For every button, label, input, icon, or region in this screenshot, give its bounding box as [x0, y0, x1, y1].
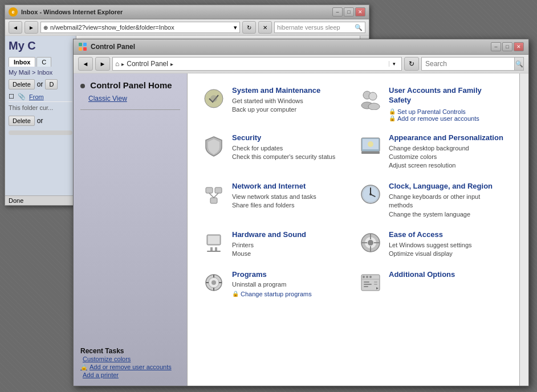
ie-c-tab[interactable]: C — [36, 57, 51, 67]
svg-rect-0 — [79, 43, 82, 46]
cp-task-add-remove-accounts[interactable]: 🔒 Add or remove user accounts — [80, 363, 180, 371]
cp-search-input[interactable] — [422, 58, 514, 70]
cp-desc-system: Get started with WindowsBack up your com… — [232, 97, 320, 115]
ie-or-label-2: or — [37, 117, 43, 125]
cp-desc-programs: Uninstall a program — [232, 280, 312, 289]
ie-forward-btn[interactable]: ► — [25, 21, 38, 34]
svg-rect-12 — [361, 152, 380, 154]
cp-category-additional[interactable]: Additional Options — [353, 264, 510, 303]
ie-address-dropdown[interactable]: ▾ — [234, 24, 237, 31]
cp-maximize-btn[interactable]: □ — [502, 42, 512, 51]
svg-point-31 — [368, 240, 373, 246]
cp-desc-clock: Change keyboards or other input methodsC… — [389, 193, 506, 219]
ie-checkbox[interactable]: ☐ — [9, 93, 14, 100]
cp-category-ease[interactable]: Ease of Access Let Windows suggest setti… — [353, 224, 510, 264]
cp-sidebar-header: Control Panel Home — [80, 80, 180, 90]
ie-delete-btn-3[interactable]: Delete — [9, 116, 35, 126]
ie-maximize-btn[interactable]: □ — [344, 7, 354, 17]
ie-close-tab-btn[interactable]: ✕ — [258, 21, 272, 34]
cp-titlebar: Control Panel – □ ✕ — [74, 39, 528, 55]
svg-point-51 — [366, 276, 368, 278]
cp-icon-system — [201, 86, 226, 111]
svg-rect-28 — [207, 251, 221, 252]
cp-task-customize-colors[interactable]: Customize colors — [80, 355, 180, 363]
ie-toolbar: ◄ ► ⊕ n/webmail2?view=show_folder&folder… — [5, 19, 369, 36]
cp-search-btn[interactable]: 🔍 — [514, 58, 523, 70]
cp-task-add-printer[interactable]: Add a printer — [80, 371, 180, 379]
cp-category-hardware[interactable]: Hardware and Sound PrintersMouse — [197, 224, 353, 264]
cp-title-ease: Ease of Access — [389, 230, 472, 240]
svg-point-9 — [368, 103, 380, 110]
cp-category-programs[interactable]: Programs Uninstall a program 🔒 Change st… — [197, 264, 353, 303]
cp-sidebar-divider — [80, 109, 180, 110]
cp-scrollbar[interactable] — [519, 74, 528, 386]
ie-delete-btn-2[interactable]: D — [45, 79, 58, 89]
cp-close-btn[interactable]: ✕ — [514, 42, 524, 51]
ie-email-row: ☐ 📎 From — [9, 92, 72, 102]
svg-rect-47 — [364, 286, 368, 287]
cp-shield-icon-2: 🔒 — [389, 115, 396, 121]
cp-title-text: Control Panel — [91, 43, 135, 51]
cp-search-container: 🔍 — [421, 57, 524, 71]
cp-title-appearance: Appearance and Personalization — [389, 133, 503, 143]
ie-from-link[interactable]: From — [29, 93, 44, 100]
svg-rect-3 — [83, 47, 87, 51]
cp-address-dropdown[interactable]: ▾ — [389, 61, 399, 67]
cp-desc-hardware: PrintersMouse — [232, 241, 306, 259]
ie-back-btn[interactable]: ◄ — [9, 21, 22, 34]
cp-address-bar[interactable]: ⌂ ▸ Control Panel ▸ ▾ — [112, 57, 402, 71]
cp-sidebar-title: Control Panel Home — [90, 80, 172, 90]
cp-main-content: System and Maintenance Get started with … — [188, 74, 519, 386]
svg-rect-27 — [215, 247, 217, 251]
cp-category-clock[interactable]: Clock, Language, and Region Change keybo… — [353, 176, 510, 224]
cp-link-startup[interactable]: 🔒 Change startup programs — [232, 291, 312, 297]
svg-rect-45 — [364, 281, 369, 283]
ie-refresh-btn[interactable]: ↻ — [242, 21, 256, 34]
svg-rect-49 — [374, 284, 377, 285]
svg-point-50 — [363, 276, 365, 278]
cp-icon-security — [201, 133, 226, 158]
cp-classic-view[interactable]: Classic View — [88, 95, 180, 103]
ie-window-controls: – □ ✕ — [332, 7, 365, 17]
cp-text-programs: Programs Uninstall a program 🔒 Change st… — [232, 270, 312, 297]
svg-line-17 — [209, 193, 214, 198]
cp-text-hardware: Hardware and Sound PrintersMouse — [232, 230, 306, 259]
ie-minimize-btn[interactable]: – — [332, 7, 343, 17]
cp-category-network[interactable]: Network and Internet View network status… — [197, 176, 353, 224]
ie-search-bar[interactable]: hibernate versus sleep 🔍 — [274, 22, 365, 33]
cp-back-btn[interactable]: ◄ — [78, 57, 93, 71]
ie-delete-btn[interactable]: Delete — [9, 79, 35, 89]
svg-rect-1 — [83, 43, 87, 46]
ie-scrollbar-h — [9, 130, 72, 135]
ie-close-btn[interactable]: ✕ — [355, 7, 365, 17]
cp-title-network: Network and Internet — [232, 182, 316, 191]
cp-text-user-accounts: User Accounts and Family Safety 🔒 Set up… — [389, 86, 506, 122]
cp-category-appearance[interactable]: Appearance and Personalization Change de… — [353, 128, 510, 176]
cp-minimize-btn[interactable]: – — [491, 42, 501, 51]
ie-titlebar: e Inbox - Windows Internet Explorer – □ … — [5, 5, 369, 19]
svg-point-38 — [211, 280, 216, 285]
cp-icon-network — [201, 182, 226, 207]
cp-text-system: System and Maintenance Get started with … — [232, 86, 320, 115]
cp-forward-btn[interactable]: ► — [95, 57, 110, 71]
cp-category-system[interactable]: System and Maintenance Get started with … — [197, 80, 353, 128]
cp-refresh-btn[interactable]: ↻ — [404, 57, 419, 71]
svg-rect-46 — [364, 284, 372, 285]
cp-sidebar-bullet — [80, 84, 85, 88]
cp-text-appearance: Appearance and Personalization Change de… — [389, 133, 503, 170]
ie-inbox-tabs: Inbox C — [9, 57, 72, 67]
cp-category-security[interactable]: Security Check for updatesCheck this com… — [197, 128, 353, 176]
cp-link-add-remove[interactable]: 🔒 Add or remove user accounts — [389, 115, 506, 122]
control-panel-window: Control Panel – □ ✕ ◄ ► ⌂ ▸ Control Pane… — [73, 39, 529, 386]
ie-inbox-tab[interactable]: Inbox — [9, 57, 35, 67]
cp-category-user-accounts[interactable]: User Accounts and Family Safety 🔒 Set up… — [353, 80, 510, 128]
cp-recent-tasks-section: Recent Tasks Customize colors 🔒 Add or r… — [80, 183, 180, 379]
cp-arrow: ▸ — [121, 61, 124, 67]
cp-link-parental[interactable]: 🔒 Set up Parental Controls — [389, 108, 506, 115]
ie-address-bar[interactable]: ⊕ n/webmail2?view=show_folder&folder=Inb… — [40, 22, 240, 33]
cp-window-controls: – □ ✕ — [491, 42, 524, 51]
svg-rect-15 — [215, 187, 222, 193]
ie-mail-toolbar: Delete or D — [9, 79, 72, 89]
cp-task-icon-2: 🔒 — [80, 364, 87, 370]
ie-my-logo: My C — [9, 39, 72, 52]
